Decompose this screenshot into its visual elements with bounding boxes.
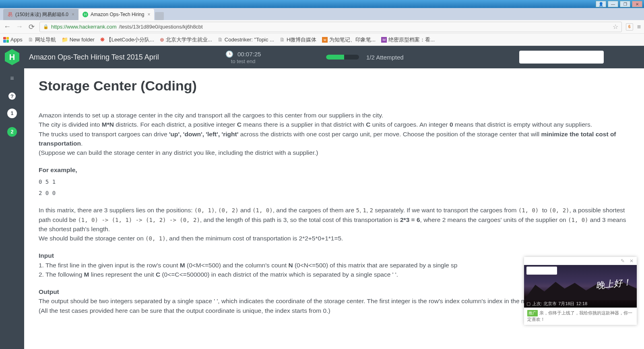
tab-label: (150封未读) 网易邮箱6.0 — [15, 11, 68, 18]
timer-value: 00:07:25 — [237, 51, 261, 57]
bookmark-label: 网址导航 — [35, 36, 56, 43]
question-nav-1[interactable]: 1 — [7, 109, 17, 118]
hackerrank-favicon: H — [83, 12, 88, 17]
bookmark-label: H微博自媒体 — [287, 36, 316, 43]
browser-menu-icon[interactable]: ≡ — [637, 23, 641, 31]
close-tab-icon[interactable]: × — [72, 12, 74, 17]
para-note: (Suppose we can build the storage center… — [39, 148, 630, 157]
bookmark-label: 绝密原型档案：看... — [388, 36, 435, 43]
location-icon: ▢ — [526, 301, 530, 306]
window-close-button[interactable]: ✕ — [632, 1, 642, 7]
para-intro: Amazon intends to set up a storage cente… — [39, 111, 630, 120]
apps-label: Apps — [10, 37, 23, 43]
bookmark-item[interactable]: ⊕北京大学学生就业... — [160, 36, 212, 43]
pku-icon: ⊕ — [160, 37, 164, 43]
ad-text: 亲，你终于上线了，我给你挑的这款神器，你一定喜欢！ — [527, 310, 632, 322]
forward-button[interactable]: → — [15, 23, 23, 31]
popup-ad[interactable]: 推广亲，你终于上线了，我给你挑的这款神器，你一定喜欢！ — [524, 308, 637, 325]
question-nav-2[interactable]: 2 — [7, 127, 17, 137]
bookmark-item[interactable]: 🗎Codestriker: "Topic ... — [218, 37, 274, 43]
popup-loc: 上次: 北京市 — [532, 301, 557, 307]
tab-label: Amazon Ops-Tech Hiring — [91, 12, 144, 17]
list-icon[interactable]: ≡ — [7, 73, 17, 84]
bookmark-folder[interactable]: 📁New folder — [62, 37, 95, 43]
bookmark-item[interactable]: ❋【LeetCode小分队... — [100, 36, 154, 43]
bookmark-item[interactable]: M绝密原型档案：看... — [381, 36, 435, 43]
matrix-row-1: 0 5 1 — [39, 177, 630, 186]
user-area[interactable] — [519, 51, 604, 64]
bookmark-label: New folder — [70, 37, 95, 43]
browser-tab-hackerrank[interactable]: H Amazon Ops-Tech Hiring × — [78, 9, 154, 20]
lc-icon: ❋ — [100, 37, 105, 43]
minimize-button[interactable]: — — [608, 1, 618, 7]
example-explain-1: In this matrix, there are 3 suppliers li… — [39, 205, 630, 234]
window-titlebar: 👤 — ❐ ✕ — [0, 0, 644, 8]
matrix-row-2: 2 0 0 — [39, 189, 630, 197]
progress-fill — [326, 55, 344, 60]
browser-tabbar: 易 (150封未读) 网易邮箱6.0 × H Amazon Ops-Tech H… — [0, 8, 644, 20]
popup-edit-icon[interactable]: ✎ — [621, 258, 625, 264]
new-tab-button[interactable] — [155, 12, 164, 20]
notification-popup: ✎ ✕ 晚上好！ ▢ 上次: 北京市 7月18日 12:18 推广亲，你终于上线… — [524, 257, 637, 325]
apps-icon — [3, 37, 9, 43]
url-field[interactable]: 🔒 https://www.hackerrank.com/tests/13r1d… — [39, 22, 622, 32]
url-host: https://www.hackerrank.com — [51, 24, 117, 30]
example-explain-2: We should build the storage center on (0… — [39, 234, 630, 243]
popup-location-info: ▢ 上次: 北京市 7月18日 12:18 — [526, 301, 587, 307]
lock-icon: 🔒 — [43, 24, 49, 29]
para-grid: The city is divided into M*N districts. … — [39, 120, 630, 129]
para-moves: The trucks used to transport cargoes can… — [39, 129, 630, 148]
bookmark-star-icon[interactable]: ☆ — [613, 23, 618, 31]
bookmark-item[interactable]: 🗎网址导航 — [28, 36, 56, 43]
progress-bar — [326, 55, 359, 60]
close-tab-icon[interactable]: × — [147, 12, 150, 17]
bookmark-label: 北京大学学生就业... — [166, 36, 212, 43]
apps-shortcut[interactable]: Apps — [3, 37, 23, 43]
bookmark-label: Codestriker: "Topic ... — [225, 37, 274, 43]
bookmark-item[interactable]: w为知笔记、印象笔... — [322, 36, 376, 43]
question-title: Storage Center (Coding) — [39, 78, 630, 94]
page-icon: 🗎 — [28, 37, 33, 43]
page-icon: 🗎 — [280, 37, 285, 43]
timer-block: 🕒 00:07:25 to test end — [225, 50, 261, 64]
folder-icon: 📁 — [62, 37, 68, 43]
address-bar: ← → ⟳ 🔒 https://www.hackerrank.com/tests… — [0, 20, 644, 34]
clock-icon: 🕒 — [225, 50, 233, 58]
window-user-icon[interactable]: 👤 — [596, 1, 606, 7]
back-button[interactable]: ← — [3, 23, 11, 31]
popup-date: 7月18日 — [558, 301, 574, 307]
help-icon[interactable]: ? — [8, 92, 16, 100]
ad-tag: 推广 — [527, 310, 538, 316]
attempted-label: 1/2 Attempted — [366, 54, 404, 61]
popup-time: 12:18 — [576, 301, 587, 306]
timer-sublabel: to test end — [231, 58, 256, 64]
extension-badge[interactable]: 6 — [626, 23, 633, 31]
maximize-button[interactable]: ❐ — [620, 1, 630, 7]
popup-image: 晚上好！ ▢ 上次: 北京市 7月18日 12:18 — [524, 265, 637, 308]
bookmark-item[interactable]: 🗎H微博自媒体 — [280, 36, 316, 43]
bookmark-bar: Apps 🗎网址导航 📁New folder ❋【LeetCode小分队... … — [0, 34, 644, 46]
progress-block: 1/2 Attempted — [326, 54, 404, 61]
example-heading: For example, — [39, 165, 630, 174]
popup-blank-box — [526, 267, 557, 275]
popup-toolbar: ✎ ✕ — [524, 257, 637, 265]
hackerrank-logo[interactable]: H — [5, 49, 19, 65]
browser-tab-netease[interactable]: 易 (150封未读) 网易邮箱6.0 × — [3, 9, 78, 20]
bookmark-label: 为知笔记、印象笔... — [329, 36, 376, 43]
left-sidebar: ≡ ? 1 2 — [0, 68, 24, 349]
reload-button[interactable]: ⟳ — [27, 23, 35, 31]
test-title: Amazon Ops-Tech Hiring Test 2015 April — [29, 53, 159, 62]
netease-favicon: 易 — [7, 12, 13, 17]
bookmark-label: 【LeetCode小分队... — [106, 36, 154, 43]
wiz-icon: w — [322, 37, 328, 43]
url-path: /tests/13r1d89e0/questions/kj6h8cbt — [119, 24, 203, 30]
popup-close-icon[interactable]: ✕ — [630, 258, 634, 264]
app-header: H Amazon Ops-Tech Hiring Test 2015 April… — [0, 46, 644, 68]
page-icon: 🗎 — [218, 37, 223, 43]
m-icon: M — [381, 37, 387, 43]
